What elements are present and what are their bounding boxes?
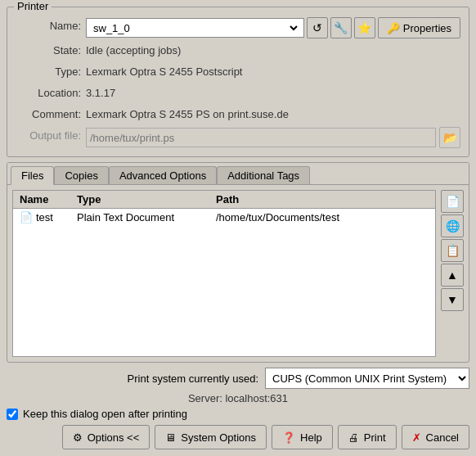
location-value: 3.1.17: [86, 84, 460, 102]
files-table-body: 📄 test Plain Text Document /home/tux/Doc…: [13, 209, 435, 356]
file-icon: 📄: [20, 211, 33, 223]
properties-button[interactable]: 🔑 Properties: [378, 17, 460, 38]
options-icon: ⚙: [73, 431, 83, 444]
print-icon: 🖨: [348, 431, 359, 444]
cancel-icon: ✗: [412, 431, 421, 444]
tab-advanced[interactable]: Advanced Options: [109, 166, 217, 184]
properties-label: Properties: [403, 22, 451, 34]
help-button[interactable]: ❓ Help: [272, 425, 333, 449]
printer-info: Name: sw_1_0 ↺ 🔧 ⭐ 🔑 Properties State: I…: [16, 17, 460, 148]
options-button[interactable]: ⚙ Options <<: [62, 425, 150, 449]
printer-name-row: sw_1_0 ↺ 🔧 ⭐ 🔑 Properties: [86, 17, 460, 38]
files-area: Name Type Path 📄 test Plain Text Documen…: [12, 190, 464, 357]
print-system-row: Print system currently used: CUPS (Commo…: [7, 368, 469, 389]
tab-files[interactable]: Files: [11, 166, 54, 185]
output-file-label: Output file:: [16, 127, 81, 148]
server-info: Server: localhost:631: [7, 392, 469, 404]
print-dialog: Printer Name: sw_1_0 ↺ 🔧 ⭐ 🔑 Properties: [0, 0, 476, 456]
print-button[interactable]: 🖨 Print: [338, 425, 397, 449]
help-icon: ❓: [282, 431, 295, 444]
tab-files-label: Files: [21, 169, 43, 182]
system-options-label: System Options: [181, 431, 256, 444]
cancel-button[interactable]: ✗ Cancel: [402, 425, 469, 449]
add-url-btn[interactable]: 🌐: [441, 214, 464, 237]
tab-content-files: Name Type Path 📄 test Plain Text Documen…: [7, 184, 469, 362]
system-options-icon: 🖥: [165, 431, 176, 444]
keep-open-checkbox[interactable]: [7, 409, 18, 420]
printer-group-legend: Printer: [14, 0, 52, 12]
keep-open-label: Keep this dialog open after printing: [23, 408, 187, 420]
move-up-btn[interactable]: ▲: [441, 264, 464, 287]
file-cell-type: Plain Text Document: [74, 210, 213, 224]
files-table: Name Type Path 📄 test Plain Text Documen…: [12, 190, 436, 357]
name-label: Name:: [16, 17, 81, 38]
side-buttons: 📄 🌐 📋 ▲ ▼: [441, 190, 464, 357]
output-file-input[interactable]: [86, 128, 436, 147]
col-header-name: Name: [16, 192, 74, 206]
comment-value: Lexmark Optra S 2455 PS on print.suse.de: [86, 106, 460, 124]
file-cell-path: /home/tux/Documents/test: [213, 210, 432, 224]
printer-wrench-btn[interactable]: 🔧: [330, 17, 352, 38]
options-label: Options <<: [88, 431, 140, 444]
button-row: ⚙ Options << 🖥 System Options ❓ Help 🖨 P…: [7, 425, 469, 449]
output-file-browse-btn[interactable]: 📂: [439, 127, 460, 148]
state-value: Idle (accepting jobs): [86, 42, 460, 60]
cancel-label: Cancel: [426, 431, 459, 444]
keep-open-row: Keep this dialog open after printing: [7, 408, 469, 420]
tab-bar: Files Copies Advanced Options Additional…: [7, 163, 469, 184]
col-header-path: Path: [213, 192, 432, 206]
printer-star-btn[interactable]: ⭐: [354, 17, 375, 38]
move-down-btn[interactable]: ▼: [441, 288, 464, 311]
state-label: State:: [16, 42, 81, 60]
tabs-container: Files Copies Advanced Options Additional…: [7, 162, 469, 363]
help-label: Help: [300, 431, 322, 444]
properties-icon: 🔑: [387, 22, 400, 34]
placeholder-btn[interactable]: 📋: [441, 239, 464, 262]
printer-refresh-btn[interactable]: ↺: [307, 17, 328, 38]
printer-group: Printer Name: sw_1_0 ↺ 🔧 ⭐ 🔑 Properties: [7, 7, 469, 157]
type-label: Type:: [16, 63, 81, 81]
system-options-button[interactable]: 🖥 System Options: [155, 425, 267, 449]
tab-advanced-label: Advanced Options: [119, 169, 206, 182]
tab-copies[interactable]: Copies: [54, 166, 108, 184]
add-file-btn[interactable]: 📄: [441, 190, 464, 213]
tab-tags-label: Additional Tags: [227, 169, 299, 182]
tab-tags[interactable]: Additional Tags: [217, 166, 310, 184]
bottom-section: Print system currently used: CUPS (Commo…: [7, 368, 469, 449]
files-table-header: Name Type Path: [13, 191, 435, 209]
printer-dropdown[interactable]: sw_1_0: [90, 19, 300, 37]
print-label: Print: [364, 431, 386, 444]
type-value: Lexmark Optra S 2455 Postscript: [86, 63, 460, 81]
output-file-row: 📂: [86, 127, 460, 148]
file-cell-name: 📄 test: [16, 210, 74, 224]
comment-label: Comment:: [16, 106, 81, 124]
print-system-select[interactable]: CUPS (Common UNIX Print System) LPD (Lin…: [265, 368, 469, 389]
print-system-label: Print system currently used:: [128, 372, 258, 385]
printer-name-select[interactable]: sw_1_0: [86, 18, 304, 38]
table-row[interactable]: 📄 test Plain Text Document /home/tux/Doc…: [13, 209, 435, 226]
tab-copies-label: Copies: [65, 169, 97, 182]
location-label: Location:: [16, 84, 81, 102]
col-header-type: Type: [74, 192, 213, 206]
